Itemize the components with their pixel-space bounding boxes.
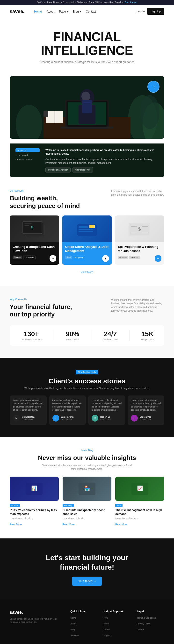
about-buttons: Professional Advisor Affordable Price [46,167,158,172]
stat-profit: 90% Profit Growth [66,330,79,341]
footer-quick-list: Home About Blog Services [70,615,98,637]
blog-card-2-readmore[interactable]: Read More [62,523,74,526]
footer-privacy[interactable]: Privacy Policy [137,622,150,625]
testimonial-author-3: R Robert Li Entrepreneur [92,415,122,422]
blog-card-3: 📈 Risk The risk management now in high d… [115,476,164,526]
testimonial-text-2: Lorem ipsum dolor sit amet, consectetur … [52,399,83,412]
footer-link-blog[interactable]: Blog [70,628,75,631]
testimonials-tag: Our Testimonials [76,370,98,374]
author-role-1: Entrepreneur [22,418,34,420]
author-avatar-2: J [52,415,59,422]
stat-profit-number: 90% [66,330,79,338]
blog-card-2: 🏪 Economy Discounts unexpectedly boost s… [62,476,112,526]
testimonial-author-2: J James John Entrepreneur [52,415,83,422]
why-title: Your financial future,our top priority [10,303,72,318]
login-button[interactable]: Log In [137,10,145,13]
svg-rect-32 [131,226,137,226]
service-card-3-tag-1: Business [118,256,128,259]
footer-link-home[interactable]: Home [70,617,76,619]
blog-card-3-readmore[interactable]: Read More [115,523,127,526]
nav-links: Home About Page ▾ Blog ▾ Contact [34,9,137,14]
footer-legal-list: Terms & Conditions Privacy Policy Cookie [137,615,164,631]
testimonials-section: Our Testimonials Client's success storie… [0,358,174,437]
svg-rect-23 [24,226,29,226]
nav-about[interactable]: About [47,10,54,13]
hero-subtitle: Creating a brilliant financial strategic… [10,60,164,64]
services-subtitle: Empowering your financial future, one st… [111,190,164,197]
testimonial-author-4: L Lauren Voe Entrepreneur [131,415,161,422]
footer-terms[interactable]: Terms & Conditions [137,617,156,619]
author-role-4: Entrepreneur [140,418,151,420]
service-card-2: Credit Score Analysis & Debt Management … [62,216,112,265]
affordable-price-button[interactable]: Affordable Price [72,167,93,172]
service-card-3-image: $ [115,216,164,242]
svg-text:🏪: 🏪 [84,485,90,491]
stats-row: 130+ Trusted by Companies 90% Profit Gro… [10,326,164,346]
svg-rect-34 [131,232,137,233]
footer-help-title: Help & Support [104,610,131,613]
service-card-1-body: Creating a Budget and Cash Flow Plan Fin… [10,242,59,265]
services-header-left: Our Services Building wealth,securing pe… [10,190,80,210]
footer-career[interactable]: Career [104,628,110,631]
author-info-4: Lauren Voe Entrepreneur [140,416,151,420]
footer-link-about[interactable]: About [70,622,76,625]
blog-card-3-image: 📈 [115,476,164,501]
testimonials-header: Our Testimonials Client's success storie… [10,370,164,390]
testimonials-title: Client's success stories [10,377,164,385]
testimonial-text-1: Lorem ipsum dolor sit amet, consectetur … [13,399,43,412]
blog-card-3-tag-wrap: Risk [115,503,164,507]
service-card-3-title: Tax Preparation & Planning for Businesse… [118,245,162,253]
cta-button[interactable]: Get Started → [72,576,102,586]
author-info-2: James John Entrepreneur [61,416,74,420]
nav-blog[interactable]: Blog ▾ [73,10,81,13]
blog-header: Latest Blog Never miss our valuable insi… [10,449,164,471]
blog-card-1: 📊 Finance Russia's economy shrinks by le… [10,476,59,526]
logo: savee. [10,9,24,14]
stat-companies: 130+ Trusted by Companies [20,330,42,341]
why-header: Why Choose Us Your financial future,our … [10,298,164,318]
services-section: Our Services Building wealth,securing pe… [0,177,174,286]
service-card-2-tag-1: Debt [65,256,72,259]
nav-page[interactable]: Page ▾ [59,10,68,13]
blog-card-2-title: Discounts unexpectedly boost shop sales [62,508,112,516]
service-card-1-image: $ [10,216,59,242]
service-card-1-arrow[interactable]: → [50,255,56,262]
footer-support[interactable]: Support [104,634,112,636]
signup-button[interactable]: Sign Up [147,8,164,15]
nav-home[interactable]: Home [34,10,42,13]
author-avatar-4: L [131,415,138,422]
testimonial-text-3: Lorem ipsum dolor sit amet, consectetur … [92,399,122,412]
about-badge: About Us Your Trusted Financial Partner [16,148,40,172]
svg-rect-33 [142,226,148,226]
author-name-4: Lauren Voe [140,416,151,418]
banner-link[interactable]: Get Started [125,1,137,4]
footer-legal: Legal Terms & Conditions Privacy Policy … [137,610,164,638]
stat-clients: 15K Happy Client [141,330,154,341]
view-more-button[interactable]: View More [81,270,93,274]
footer-faq[interactable]: FAQ [104,617,108,619]
blog-card-1-readmore[interactable]: Read More [10,523,22,526]
footer-link-services[interactable]: Services [70,634,79,636]
stat-companies-number: 130+ [20,330,42,338]
service-card-2-arrow[interactable]: + [102,255,109,262]
footer-about: savee. Sed ut perspiciatis unde omnis is… [10,610,64,638]
blog-card-2-excerpt: Lorem ipsum dolor sit... [62,517,112,520]
about-text: Welcome to Savee Financial Consulting, w… [46,148,158,172]
blog-card-3-title: The risk management now in high demand [115,508,164,516]
view-more-wrapper: View More [10,270,164,274]
service-card-3-tag-2: Tax Plan [129,256,140,259]
stat-companies-label: Trusted by Companies [20,338,42,341]
service-card-3-arrow[interactable]: + [155,255,162,262]
professional-advisor-button[interactable]: Professional Advisor [46,167,70,172]
testimonial-text-4: Lorem ipsum dolor sit amet, consectetur … [131,399,161,412]
footer-about-link[interactable]: About [104,622,110,625]
author-name-2: James John [61,416,74,418]
nav-contact[interactable]: Contact [86,10,96,13]
svg-rect-25 [78,226,88,228]
svg-rect-35 [142,232,148,233]
service-card-1-tag-1: Finance [12,256,22,259]
footer-cookie[interactable]: Cookie [137,628,144,631]
services-title: Building wealth,securing peace of mind [10,194,80,210]
svg-rect-26 [78,229,93,230]
svg-rect-22 [24,224,32,224]
